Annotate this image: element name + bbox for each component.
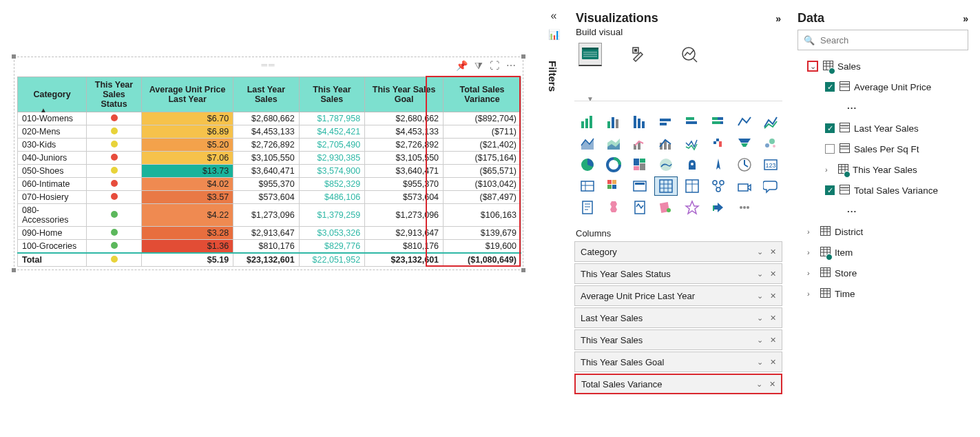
viz-type-button[interactable] xyxy=(680,112,704,132)
table-row[interactable]: 060-Intimate$4.02$955,370$852,329$955,37… xyxy=(18,178,521,191)
ellipsis-icon[interactable]: ··· xyxy=(847,206,857,216)
collapse-visualizations-icon[interactable]: » xyxy=(775,13,781,24)
column-header[interactable]: This Year Sales xyxy=(299,77,365,112)
viz-type-button[interactable] xyxy=(576,112,599,132)
viz-type-button[interactable] xyxy=(602,176,625,196)
format-visual-tab[interactable] xyxy=(628,43,651,66)
expand-filters-icon[interactable]: « xyxy=(544,10,563,22)
column-header[interactable]: Last Year Sales xyxy=(233,77,300,112)
column-header[interactable]: This Year Sales Goal xyxy=(365,77,444,112)
chevron-down-icon[interactable]: ⌄ xyxy=(757,358,763,367)
viz-type-button[interactable] xyxy=(707,155,730,174)
viz-type-button[interactable] xyxy=(733,112,756,132)
table-row[interactable]: 090-Home$3.28$2,913,647$3,053,326$2,913,… xyxy=(18,227,521,240)
remove-icon[interactable]: ✕ xyxy=(770,358,776,367)
viz-type-button[interactable] xyxy=(576,155,599,174)
viz-type-button[interactable] xyxy=(733,176,756,196)
pin-icon[interactable]: 📌 xyxy=(456,60,468,72)
build-visual-tab[interactable] xyxy=(578,43,602,66)
viz-type-button[interactable] xyxy=(733,134,756,153)
viz-type-button[interactable] xyxy=(733,155,756,174)
chevron-right-icon[interactable]: › xyxy=(807,289,815,298)
viz-type-button[interactable] xyxy=(733,198,756,217)
viz-type-button[interactable] xyxy=(628,176,651,196)
viz-type-button[interactable] xyxy=(680,134,704,153)
analytics-tab[interactable] xyxy=(678,43,701,66)
field-node[interactable]: ✓Last Year Sales xyxy=(795,118,971,139)
viz-type-button[interactable] xyxy=(654,176,678,196)
remove-icon[interactable]: ✕ xyxy=(770,314,776,323)
column-header[interactable]: Average Unit Price Last Year xyxy=(142,77,233,112)
chevron-down-icon[interactable]: ⌄ xyxy=(757,270,763,278)
remove-icon[interactable]: ✕ xyxy=(770,247,776,256)
drag-handle-icon[interactable]: ══ xyxy=(261,60,275,70)
focus-icon[interactable]: ⛶ xyxy=(490,60,499,72)
filter-icon[interactable]: ⧩ xyxy=(475,60,483,72)
more-icon[interactable]: ⋯ xyxy=(506,60,516,72)
collapse-data-icon[interactable]: » xyxy=(963,13,968,24)
remove-icon[interactable]: ✕ xyxy=(770,336,776,345)
table-row[interactable]: 040-Juniors$7.06$3,105,550$2,930,385$3,1… xyxy=(18,152,521,165)
remove-icon[interactable]: ✕ xyxy=(770,270,776,278)
table-row[interactable]: 030-Kids$5.20$2,726,892$2,705,490$2,726,… xyxy=(18,139,521,152)
ellipsis-icon[interactable]: ··· xyxy=(847,103,857,113)
viz-type-button[interactable] xyxy=(602,112,625,132)
checkbox[interactable]: ✓ xyxy=(825,82,835,92)
viz-type-button[interactable] xyxy=(680,176,704,196)
table-row[interactable]: 050-Shoes$13.73$3,640,471$3,574,900$3,64… xyxy=(18,165,521,178)
chevron-down-icon[interactable]: ⌄ xyxy=(757,247,763,256)
chevron-down-icon[interactable]: ⌄ xyxy=(757,292,763,301)
field-node[interactable]: ✓Total Sales Variance xyxy=(795,180,971,201)
viz-type-button[interactable] xyxy=(628,112,651,132)
table-row[interactable]: 080-Accessories$4.22$1,273,096$1,379,259… xyxy=(18,204,521,227)
viz-type-button[interactable] xyxy=(680,155,704,174)
field-well-item[interactable]: This Year Sales Goal⌄✕ xyxy=(574,352,782,372)
filters-pane-collapsed[interactable]: « 📊 Filters xyxy=(544,10,563,92)
viz-type-button[interactable] xyxy=(759,134,782,153)
viz-type-button[interactable] xyxy=(628,198,651,217)
viz-type-button[interactable] xyxy=(628,155,651,174)
table-row[interactable]: 100-Groceries$1.36$810,176$829,776$810,1… xyxy=(18,240,521,254)
table-row[interactable]: 010-Womens$6.70$2,680,662$1,787,958$2,68… xyxy=(18,112,521,125)
checkbox[interactable]: ✓ xyxy=(825,123,835,133)
viz-type-button[interactable] xyxy=(654,112,678,132)
field-well-item[interactable]: This Year Sales⌄✕ xyxy=(574,329,782,350)
chevron-down-icon[interactable]: ⌄ xyxy=(757,314,763,323)
field-well-item[interactable]: This Year Sales Status⌄✕ xyxy=(574,263,782,284)
table-node[interactable]: ›District xyxy=(795,221,971,242)
checkbox[interactable] xyxy=(825,144,835,154)
viz-type-button[interactable] xyxy=(759,112,782,132)
table-node[interactable]: ›Store xyxy=(795,263,971,283)
chevron-right-icon[interactable]: › xyxy=(807,269,815,277)
field-well-item[interactable]: Last Year Sales⌄✕ xyxy=(574,307,782,328)
checkbox[interactable]: ✓ xyxy=(825,185,835,195)
column-header[interactable]: Category xyxy=(18,77,87,112)
field-node[interactable]: ✓Average Unit Price xyxy=(795,77,971,97)
field-well-item[interactable]: Category⌄✕ xyxy=(574,241,782,262)
chevron-down-icon[interactable]: ⌄ xyxy=(807,61,818,72)
viz-type-button[interactable] xyxy=(759,176,782,196)
remove-icon[interactable]: ✕ xyxy=(769,380,775,389)
chevron-down-icon[interactable]: ⌄ xyxy=(757,336,763,345)
viz-type-button[interactable] xyxy=(602,155,625,174)
report-visual-container[interactable]: ══ 📌 ⧩ ⛶ ⋯ CategoryThis Year Sales Statu… xyxy=(14,57,523,270)
viz-type-button[interactable] xyxy=(602,134,625,153)
table-node-sales[interactable]: ⌄Sales xyxy=(795,56,971,77)
viz-type-button[interactable] xyxy=(707,134,730,153)
viz-type-button[interactable] xyxy=(707,112,730,132)
columns-well[interactable]: Category⌄✕This Year Sales Status⌄✕Averag… xyxy=(572,241,785,394)
viz-type-button[interactable] xyxy=(576,176,599,196)
table-node[interactable]: ›Item xyxy=(795,242,971,263)
field-well-item[interactable]: Average Unit Price Last Year⌄✕ xyxy=(574,285,782,306)
chevron-right-icon[interactable]: › xyxy=(807,248,815,256)
table-row[interactable]: 020-Mens$6.89$4,453,133$4,452,421$4,453,… xyxy=(18,125,521,139)
field-more[interactable]: ··· xyxy=(795,97,971,118)
viz-type-button[interactable] xyxy=(680,198,704,217)
viz-type-button[interactable] xyxy=(576,134,599,153)
viz-type-button[interactable] xyxy=(654,198,678,217)
table-row[interactable]: 070-Hosiery$3.57$573,604$486,106$573,604… xyxy=(18,191,521,204)
viz-type-button[interactable]: 123 xyxy=(759,155,782,174)
viz-type-button[interactable] xyxy=(628,134,651,153)
viz-type-button[interactable] xyxy=(707,198,730,217)
chevron-right-icon[interactable]: › xyxy=(807,227,815,236)
